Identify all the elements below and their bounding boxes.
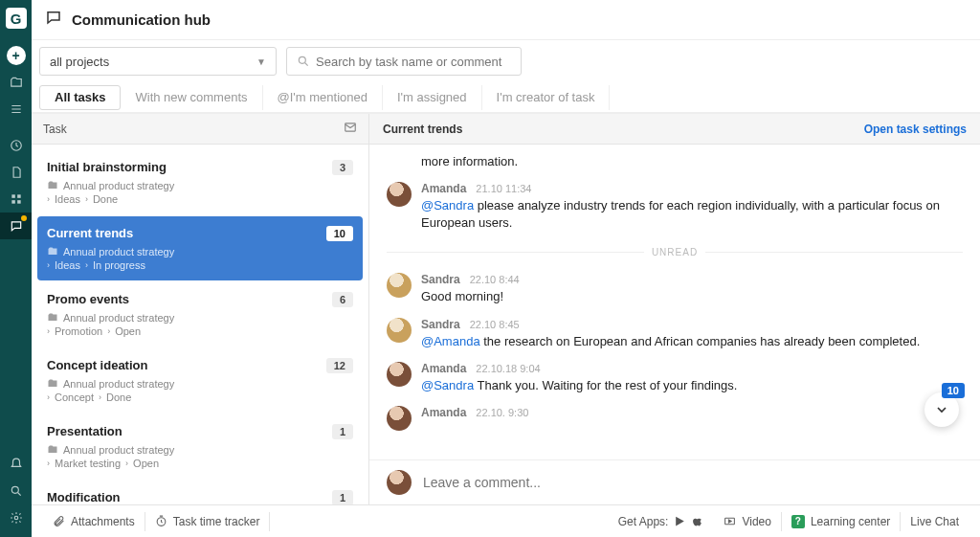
mention[interactable]: @Sandra	[421, 378, 474, 392]
task-card[interactable]: Promo events Annual product strategy› Pr…	[37, 282, 363, 347]
gplay-icon[interactable]	[674, 515, 686, 527]
detail-panel: Current trends Open task settings more i…	[369, 114, 980, 504]
nav-add[interactable]: +	[0, 42, 32, 69]
task-title: Current trends	[47, 226, 353, 240]
task-breadcrumb: Annual product strategy	[47, 312, 353, 324]
filter-tabs: All tasksWith new comments@I'm mentioned…	[32, 82, 980, 113]
task-card[interactable]: Presentation Annual product strategy› Ma…	[37, 414, 363, 479]
tab-assigned[interactable]: I'm assigned	[383, 85, 482, 110]
unread-count-badge: 10	[942, 383, 965, 398]
page-title: Communication hub	[72, 11, 211, 28]
message-time: 22.10 8:44	[470, 274, 520, 285]
chevron-down-icon: ▼	[256, 56, 266, 67]
svg-point-7	[299, 56, 305, 63]
envelope-icon[interactable]	[344, 121, 357, 137]
detail-header: Current trends Open task settings	[369, 114, 980, 145]
message-thread: more information. Amanda21.10 11:34@Sand…	[369, 145, 980, 459]
task-card[interactable]: Initial brainstorming Annual product str…	[37, 150, 363, 214]
search-input[interactable]	[316, 55, 511, 69]
nav-apps[interactable]	[0, 186, 32, 213]
attachments-button[interactable]: Attachments	[43, 512, 145, 531]
toolbar: all projects ▼	[32, 40, 980, 82]
task-title: Modification	[47, 490, 353, 504]
tasks-header: Task	[32, 114, 368, 145]
task-card[interactable]: Concept ideation Annual product strategy…	[37, 348, 363, 413]
svg-point-5	[11, 486, 18, 493]
help-icon: ?	[791, 515, 805, 528]
nav-doc[interactable]	[0, 159, 32, 186]
apple-icon[interactable]	[692, 515, 704, 527]
avatar	[387, 182, 412, 207]
message-time: 22.10 8:45	[470, 319, 520, 330]
svg-rect-3	[11, 200, 15, 204]
task-card[interactable]: Modification Annual product strategy› Ma…	[37, 481, 363, 504]
svg-point-6	[14, 516, 18, 520]
message-time: 22.10.18 9:04	[476, 363, 540, 374]
task-count-badge: 3	[332, 160, 353, 175]
task-list: Initial brainstorming Annual product str…	[32, 145, 368, 504]
tasks-column: Task Initial brainstorming Annual produc…	[32, 114, 369, 504]
content-columns: Task Initial brainstorming Annual produc…	[32, 113, 980, 504]
open-task-settings-link[interactable]: Open task settings	[864, 123, 967, 136]
nav-list[interactable]	[0, 96, 32, 123]
main: Communication hub all projects ▼ All tas…	[32, 0, 980, 537]
tab-creator[interactable]: I'm creator of task	[482, 85, 611, 110]
logo[interactable]: G	[6, 8, 27, 29]
task-breadcrumb-path: › Ideas › In progress	[47, 259, 353, 271]
task-breadcrumb: Annual product strategy	[47, 246, 353, 257]
task-title: Presentation	[47, 424, 353, 438]
self-avatar	[387, 470, 412, 495]
message-text: @Sandra Thank you. Waiting for the rest …	[421, 377, 963, 394]
message-time: 22.10. 9:30	[476, 407, 528, 418]
avatar	[387, 273, 412, 298]
tab-newc[interactable]: With new comments	[121, 85, 262, 110]
message-text: @Sandra please analyze industry trends f…	[421, 197, 963, 232]
nav-search[interactable]	[0, 478, 32, 504]
video-button[interactable]: Video	[714, 512, 781, 531]
nav-bell[interactable]	[0, 451, 32, 478]
livechat-button[interactable]: Live Chat	[901, 512, 969, 531]
message-author: Amanda	[421, 406, 466, 419]
task-title: Concept ideation	[47, 358, 353, 372]
project-select[interactable]: all projects ▼	[39, 47, 277, 76]
task-breadcrumb: Annual product strategy	[47, 378, 353, 390]
learning-button[interactable]: ?Learning center	[782, 512, 901, 531]
avatar	[387, 406, 412, 431]
chevron-down-icon	[934, 402, 949, 417]
task-breadcrumb-path: › Market testing › Open	[47, 458, 353, 469]
message-text: @Amanda the research on European and Afr…	[421, 333, 963, 350]
app-root: G + Communication hub all projects ▼	[0, 0, 980, 537]
nav-history[interactable]	[0, 132, 32, 159]
task-count-badge: 1	[332, 490, 353, 504]
task-card[interactable]: Current trends Annual product strategy› …	[37, 216, 363, 280]
chat-icon	[45, 9, 62, 31]
mention[interactable]: @Amanda	[421, 334, 480, 348]
sidebar: G +	[0, 0, 32, 537]
avatar	[387, 318, 412, 343]
task-breadcrumb: Annual product strategy	[47, 180, 353, 191]
message-author: Amanda	[421, 182, 466, 195]
page-header: Communication hub	[32, 0, 980, 40]
message-text: Good morning!	[421, 288, 963, 305]
message: Amanda21.10 11:34@Sandra please analyze …	[387, 176, 963, 237]
comment-input[interactable]	[423, 475, 963, 490]
scroll-down-button[interactable]: 10	[924, 392, 959, 427]
tab-all[interactable]: All tasks	[39, 85, 121, 110]
project-select-value: all projects	[50, 55, 109, 69]
message-author: Amanda	[421, 362, 466, 375]
task-count-badge: 10	[326, 226, 353, 241]
search-box[interactable]	[286, 47, 522, 76]
mention[interactable]: @Sandra	[421, 198, 474, 213]
message-author: Sandra	[421, 318, 460, 331]
message: Amanda22.10. 9:30	[387, 400, 963, 436]
task-title: Promo events	[47, 292, 353, 306]
timer-button[interactable]: Task time tracker	[145, 512, 271, 531]
nav-settings[interactable]	[0, 504, 32, 531]
nav-comms[interactable]	[0, 213, 32, 239]
message-author: Sandra	[421, 273, 460, 286]
tab-mention[interactable]: @I'm mentioned	[263, 85, 383, 110]
svg-rect-4	[17, 200, 21, 204]
task-breadcrumb: Annual product strategy	[47, 444, 353, 456]
task-breadcrumb-path: › Promotion › Open	[47, 325, 353, 337]
nav-folder[interactable]	[0, 69, 32, 96]
